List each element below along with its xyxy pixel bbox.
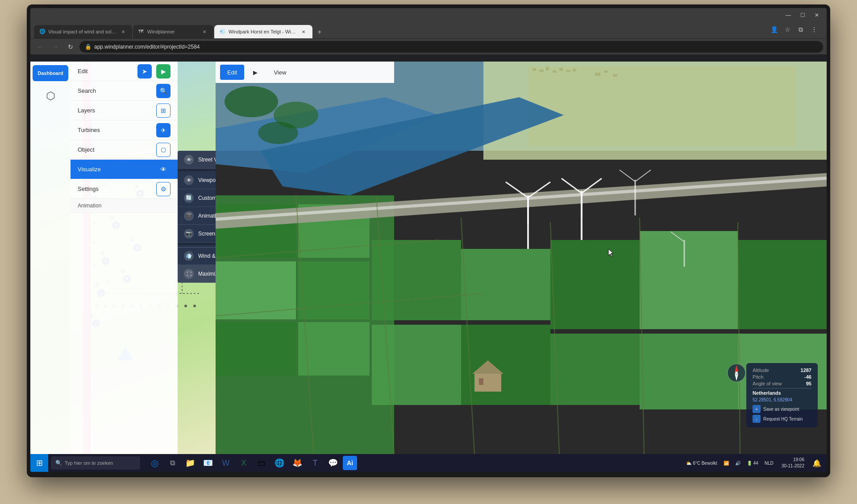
taskbar-app-mail[interactable]: 📧 (200, 455, 216, 471)
tray-volume[interactable]: 🔊 (733, 460, 742, 467)
windows-logo: ⊞ (36, 458, 43, 468)
submenu-animation[interactable]: 🎬 Animation (178, 207, 216, 225)
back-button[interactable]: ← (34, 41, 46, 53)
split-view-icon[interactable]: ⧉ (795, 24, 806, 35)
compass[interactable] (727, 363, 746, 383)
taskbar-app-taskview[interactable]: ⧉ (164, 455, 180, 471)
viewpoint-list-icon: 👁 (184, 175, 194, 185)
visualize-submenu: 👁 Street View tool 👁 Viewpoint list 🔄 Cu… (178, 151, 216, 283)
browser-tab-3[interactable]: 💨 Windpark Horst en Telgt - Wind... ✕ (214, 25, 312, 38)
screenshots-icon: 📷 (184, 229, 194, 239)
submenu-maximize[interactable]: ⛶ Maximize (178, 265, 216, 283)
browser-tab-2[interactable]: 🗺 Windplanner ✕ (133, 25, 213, 38)
object-icon-btn[interactable]: ⬡ (156, 143, 171, 157)
taskbar-app-chrome[interactable]: 🌐 (271, 455, 287, 471)
tab-close-2[interactable]: ✕ (201, 28, 208, 35)
taskbar-app-ai[interactable]: Ai (343, 456, 357, 470)
taskbar-app-cortana[interactable]: ◎ (146, 455, 162, 471)
tray-notifications[interactable]: 🔔 (811, 458, 823, 468)
taskbar-app-chat[interactable]: 💬 (325, 455, 341, 471)
view-tab-play[interactable]: ▶ (246, 65, 265, 80)
tab-favicon-2: 🗺 (138, 29, 145, 35)
aerial-view[interactable] (216, 62, 827, 454)
taskbar-app-teams[interactable]: T (307, 455, 323, 471)
menu-item-object[interactable]: Object ⬡ (71, 140, 178, 160)
visualize-icon-btn[interactable]: 👁 (156, 162, 171, 177)
settings-icon-btn[interactable]: ⚙ (156, 182, 171, 196)
angle-of-view-label: Angle of view (753, 381, 782, 386)
svg-rect-38 (550, 240, 640, 329)
submenu-custom-panos[interactable]: 🔄 Custom panos (178, 189, 216, 207)
taskbar-app-firefox[interactable]: 🦊 (289, 455, 305, 471)
taskbar-clock[interactable]: 19:06 30-11-2022 (778, 457, 808, 469)
menu-item-visualize[interactable]: Visualize 👁 (71, 160, 178, 179)
search-placeholder: Typ hier om te zoeken (65, 460, 113, 466)
menu-label-settings: Settings (78, 186, 99, 192)
svg-rect-16 (528, 66, 796, 146)
view-tab-edit[interactable]: Edit (220, 65, 244, 80)
svg-rect-18 (539, 70, 544, 72)
edit-icon-btn[interactable]: ➤ (137, 64, 152, 78)
bookmark-icon[interactable]: ☆ (782, 24, 793, 35)
close-button[interactable]: ✕ (811, 11, 823, 20)
minimize-button[interactable]: — (782, 11, 795, 20)
play-icon-btn[interactable]: ▶ (156, 64, 171, 78)
tray-battery[interactable]: 🔋 44 (745, 460, 760, 467)
taskbar-apps: ◎ ⧉ 📁 📧 W X 🗃 🌐 🦊 T 💬 Ai (143, 455, 361, 471)
submenu-viewpoint-list[interactable]: 👁 Viewpoint list (178, 171, 216, 189)
3d-view-icon[interactable]: ⬡ (39, 85, 62, 107)
menu-item-edit[interactable]: Edit ➤ ▶ (71, 62, 178, 81)
menu-icon[interactable]: ⋮ (809, 24, 820, 35)
taskbar-app-explorer[interactable]: 📁 (182, 455, 198, 471)
submenu-wind-time[interactable]: 💨 Wind & Time (178, 247, 216, 265)
monitor-frame: 👤 ☆ ⧉ ⋮ — ☐ ✕ 🌐 Visual impact of wind an… (27, 4, 830, 477)
tray-language[interactable]: NLD (763, 460, 775, 467)
left-sidebar: Dashboard ⬡ (30, 62, 71, 454)
tab-close-3[interactable]: ✕ (300, 28, 307, 35)
menu-item-animation[interactable]: Animation (71, 199, 178, 213)
layers-icon-btn[interactable]: ⊞ (156, 103, 171, 118)
reload-button[interactable]: ↻ (64, 41, 77, 53)
profile-icon[interactable]: 👤 (769, 24, 779, 35)
turbines-icon-btn[interactable]: ✈ (156, 123, 171, 137)
search-icon-btn[interactable]: 🔍 (156, 84, 171, 98)
save-viewpoint-btn[interactable]: + Save as viewpoint (753, 405, 811, 413)
street-view-label: Street View tool (198, 157, 216, 163)
dashboard-label: Dashboard (37, 70, 63, 76)
address-text: app.windplanner.com/editor/#projectId=25… (94, 44, 200, 50)
view-tab-view[interactable]: View (266, 65, 293, 80)
request-hq-btn[interactable]: ↓ Request HQ Terrain (753, 415, 811, 423)
request-hq-label: Request HQ Terrain (763, 417, 803, 421)
tab-close-1[interactable]: ✕ (120, 28, 127, 35)
submenu-street-view[interactable]: 👁 Street View tool (178, 151, 216, 169)
svg-rect-34 (216, 322, 296, 376)
svg-rect-37 (461, 249, 550, 320)
maximize-button[interactable]: ☐ (796, 11, 809, 20)
menu-item-turbines[interactable]: Turbines ✈ (71, 120, 178, 140)
start-button[interactable]: ⊞ (30, 454, 48, 472)
taskbar-search-box[interactable]: 🔍 Typ hier om te zoeken (51, 456, 140, 470)
menu-label-edit: Edit (78, 68, 87, 74)
new-tab-button[interactable]: + (313, 26, 326, 38)
address-bar-row: ← → ↻ 🔒 app.windplanner.com/editor/#proj… (30, 38, 827, 54)
weather-text: 6°C Bewolkt (693, 461, 717, 466)
menu-item-search[interactable]: Search 🔍 (71, 81, 178, 101)
taskbar-app-word[interactable]: W (218, 455, 234, 471)
coordinates-display: 52.28501, 6.592904 (753, 397, 811, 402)
menu-item-layers[interactable]: Layers ⊞ (71, 101, 178, 120)
menu-label-animation: Animation (78, 202, 101, 209)
svg-rect-41 (461, 325, 550, 405)
taskbar-app-files[interactable]: 🗃 (254, 455, 270, 471)
menu-item-settings[interactable]: Settings ⚙ (71, 179, 178, 199)
submenu-screenshots[interactable]: 📷 Screenshots (178, 225, 216, 243)
tray-network[interactable]: 📶 (722, 460, 731, 467)
tray-weather[interactable]: ⛅ 6°C Bewolkt (684, 460, 719, 467)
forward-button[interactable]: → (49, 41, 62, 53)
dashboard-button[interactable]: Dashboard (33, 65, 68, 81)
volume-icon: 🔊 (735, 461, 741, 466)
wind-time-icon: 💨 (184, 251, 194, 261)
browser-tab-1[interactable]: 🌐 Visual impact of wind and solar... ✕ (34, 25, 132, 38)
taskbar-app-excel[interactable]: X (236, 455, 252, 471)
address-bar[interactable]: 🔒 app.windplanner.com/editor/#projectId=… (79, 41, 823, 53)
network-icon: 📶 (724, 461, 729, 466)
